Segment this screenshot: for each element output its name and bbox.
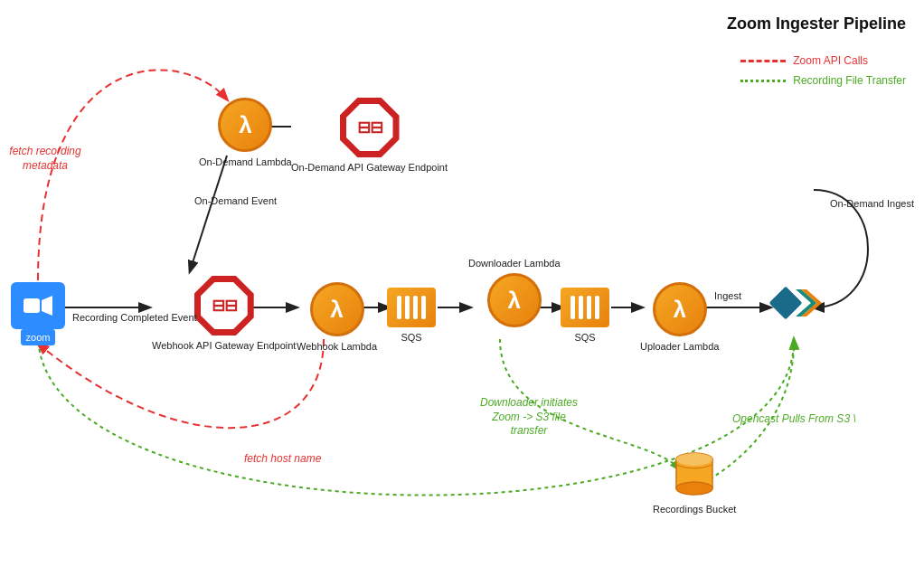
ingest-annotation: Ingest [714,289,741,302]
webhook-apigw-icon: ⊟⊟ [194,276,254,335]
ondemand-apigw-node: ⊟⊟ On-Demand API Gateway Endpoint [291,98,448,174]
downloader-transfer-annotation: Downloader initiates Zoom -> S3 file tra… [479,396,579,439]
fetch-host-name-annotation: fetch host name [244,452,321,467]
uploader-lambda-icon: λ [653,282,707,336]
svg-line-8 [190,156,227,271]
sqs2-node: SQS [561,288,609,344]
legend-zoom-api-label: Zoom API Calls [793,54,868,67]
webhook-lambda-label: Webhook Lambda [297,340,377,353]
svg-marker-10 [42,296,52,316]
sqs1-label: SQS [401,331,421,344]
zoom-label: zoom [21,329,56,345]
legend-recording-transfer: Recording File Transfer [740,74,906,87]
ondemand-lambda-node: λ On-Demand Lambda [199,98,292,168]
sqs2-label: SQS [574,331,595,344]
ondemand-lambda-icon: λ [218,98,272,152]
downloader-lambda-top-label: Downloader Lambda [468,257,561,269]
webhook-apigw-label: Webhook API Gateway Endpoint [152,339,296,352]
recordings-bucket-label: Recordings Bucket [653,503,736,515]
webhook-lambda-icon: λ [310,282,364,336]
recordings-bucket-icon [668,447,721,499]
fetch-recording-metadata-annotation: fetch recording metadata [9,145,81,173]
recording-completed-annotation: Recording Completed Event [72,311,197,324]
sqs1-icon [387,288,436,327]
zoom-node: zoom [11,282,65,345]
legend-red-line [740,60,786,62]
page-title: Zoom Ingester Pipeline [727,14,906,33]
legend-green-line [740,80,786,82]
uploader-lambda-node: λ Uploader Lambda [640,282,719,353]
legend: Zoom API Calls Recording File Transfer [740,54,906,94]
svg-rect-11 [769,287,803,320]
downloader-lambda-node: Downloader Lambda λ [468,253,561,327]
recordings-bucket-node: Recordings Bucket [653,447,736,515]
downloader-lambda-icon: λ [487,273,542,327]
webhook-lambda-node: λ Webhook Lambda [297,282,377,353]
opencast-pulls-annotation: Opencast Pulls From S3 \ [732,412,856,427]
zoom-icon [11,282,65,329]
legend-zoom-api: Zoom API Calls [740,54,906,67]
sqs2-icon [561,288,609,327]
opencast-icon [767,271,830,335]
svg-rect-9 [24,298,40,313]
ondemand-apigw-icon: ⊟⊟ [340,98,400,157]
ondemand-lambda-label: On-Demand Lambda [199,156,292,168]
ondemand-apigw-label: On-Demand API Gateway Endpoint [291,161,448,174]
on-demand-event-annotation: On-Demand Event [194,194,277,207]
on-demand-ingest-annotation: On-Demand Ingest [830,197,914,210]
opencast-node [767,271,830,335]
svg-point-17 [676,453,712,466]
uploader-lambda-label: Uploader Lambda [640,340,719,353]
legend-recording-transfer-label: Recording File Transfer [793,74,906,87]
sqs1-node: SQS [387,288,436,344]
svg-point-16 [676,482,712,495]
